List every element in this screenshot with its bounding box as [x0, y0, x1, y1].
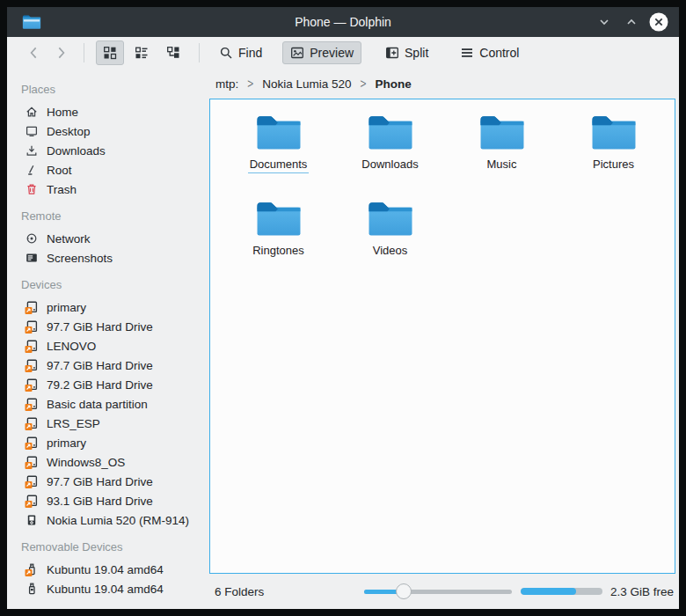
- breadcrumb-separator-icon: >: [361, 76, 367, 92]
- folder-item-downloads[interactable]: Downloads: [334, 110, 446, 196]
- compact-view-icon: [135, 46, 149, 60]
- folder-item-pictures[interactable]: Pictures: [558, 110, 669, 196]
- section-title-remote: Remote: [7, 199, 206, 229]
- toolbar-separator: [84, 43, 84, 62]
- hard-drive-icon: [25, 300, 39, 314]
- folder-item-music[interactable]: Music: [446, 110, 558, 196]
- toolbar-separator: [199, 43, 200, 62]
- sidebar-item-drive[interactable]: Windows8_OS: [7, 452, 206, 472]
- folder-icon: [588, 110, 639, 153]
- find-button[interactable]: Find: [211, 41, 270, 64]
- sidebar-item-drive[interactable]: 93.1 GiB Hard Drive: [7, 491, 206, 510]
- back-icon: [26, 45, 42, 61]
- sidebar-item-trash[interactable]: Trash: [7, 180, 206, 199]
- sidebar-item-drive[interactable]: LRS_ESP: [7, 414, 206, 433]
- chevron-up-icon: [624, 15, 639, 29]
- folder-grid: Documents Downloads Music Pictures: [223, 110, 675, 282]
- folder-count-label: 6 Folders: [215, 585, 264, 598]
- back-button[interactable]: [23, 41, 46, 64]
- preview-icon: [290, 46, 304, 60]
- folder-view[interactable]: Documents Downloads Music Pictures: [209, 99, 675, 574]
- sidebar-item-label: Network: [47, 232, 91, 246]
- sidebar-item-label: 93.1 GiB Hard Drive: [47, 495, 153, 508]
- close-icon: [649, 12, 668, 32]
- sidebar-item-label: LRS_ESP: [47, 417, 100, 430]
- folder-item-ringtones[interactable]: Ringtones: [223, 196, 334, 282]
- sidebar-item-home[interactable]: Home: [7, 102, 206, 121]
- minimize-button[interactable]: [595, 12, 614, 32]
- sidebar-item-drive[interactable]: Basic data partition: [7, 394, 206, 414]
- sidebar-item-network[interactable]: Network: [7, 229, 206, 248]
- desktop-icon: [25, 124, 39, 138]
- folder-item-videos[interactable]: Videos: [334, 196, 446, 282]
- sidebar-item-drive[interactable]: 97.7 GiB Hard Drive: [7, 472, 206, 491]
- sidebar-item-label: Windows8_OS: [47, 456, 125, 469]
- breadcrumb-segment-current[interactable]: Phone: [376, 77, 412, 91]
- sidebar-item-label: Nokia Lumia 520 (RM-914): [47, 514, 189, 527]
- maximize-button[interactable]: [622, 12, 641, 32]
- sidebar-item-drive[interactable]: primary: [7, 297, 206, 317]
- usb-drive-icon: [25, 562, 39, 576]
- network-icon: [25, 231, 39, 246]
- sidebar-item-downloads[interactable]: Downloads: [7, 141, 206, 160]
- control-button[interactable]: Control: [452, 41, 527, 64]
- sidebar-item-label: Kubuntu 19.04 amd64: [47, 583, 164, 596]
- sidebar-item-drive[interactable]: LENOVO: [7, 336, 206, 356]
- sidebar-item-label: Downloads: [47, 144, 106, 158]
- folder-label: Downloads: [360, 158, 420, 172]
- home-icon: [25, 105, 39, 119]
- sidebar-item-label: 97.7 GiB Hard Drive: [47, 359, 153, 372]
- titlebar[interactable]: Phone — Dolphin: [7, 7, 679, 37]
- folder-icon: [477, 110, 528, 153]
- breadcrumb: mtp: > Nokia Lumia 520 > Phone: [209, 69, 675, 99]
- sidebar-item-label: Home: [47, 106, 78, 119]
- hard-drive-icon: [25, 436, 39, 450]
- sidebar-item-root[interactable]: Root: [7, 160, 206, 180]
- breadcrumb-segment-device[interactable]: Nokia Lumia 520: [262, 77, 351, 91]
- hard-drive-icon: [25, 494, 39, 508]
- dolphin-app-icon: [21, 12, 42, 32]
- sidebar-item-phone-device[interactable]: Nokia Lumia 520 (RM-914): [7, 510, 206, 530]
- details-view-button[interactable]: [159, 40, 187, 65]
- folder-label: Ringtones: [251, 244, 306, 259]
- sidebar-item-drive[interactable]: 97.7 GiB Hard Drive: [7, 317, 206, 336]
- details-view-icon: [166, 46, 180, 60]
- sidebar-item-label: Desktop: [47, 125, 91, 138]
- sidebar-item-desktop[interactable]: Desktop: [7, 121, 206, 141]
- sidebar-item-usb-drive[interactable]: Kubuntu 19.04 amd64: [7, 560, 206, 579]
- hard-drive-icon: [25, 378, 39, 392]
- icons-view-icon: [103, 46, 117, 60]
- search-icon: [219, 46, 233, 60]
- sidebar-item-label: 97.7 GiB Hard Drive: [47, 320, 153, 334]
- zoom-slider[interactable]: [364, 583, 512, 600]
- sidebar-item-drive[interactable]: 97.7 GiB Hard Drive: [7, 356, 206, 375]
- chevron-down-icon: [597, 15, 611, 29]
- preview-button[interactable]: Preview: [282, 41, 361, 64]
- folder-label: Documents: [248, 158, 310, 173]
- split-button[interactable]: Split: [377, 41, 436, 64]
- statusbar: 6 Folders 2.3 GiB free: [209, 574, 675, 609]
- sidebar-item-label: Screenshots: [47, 252, 113, 265]
- control-label: Control: [479, 46, 519, 60]
- section-title-places: Places: [7, 72, 206, 102]
- close-button[interactable]: [649, 12, 668, 32]
- sidebar-item-label: Basic data partition: [47, 398, 148, 411]
- sidebar-item-drive[interactable]: 79.2 GiB Hard Drive: [7, 375, 206, 394]
- sidebar-item-label: Kubuntu 19.04 amd64: [47, 563, 164, 576]
- folder-item-documents[interactable]: Documents: [223, 110, 334, 196]
- folder-icon: [365, 196, 416, 239]
- breadcrumb-segment-mtp[interactable]: mtp:: [215, 77, 238, 91]
- zoom-slider-handle[interactable]: [396, 583, 412, 599]
- toolbar: Find Preview Split: [7, 37, 679, 69]
- sidebar-item-usb-drive[interactable]: Kubuntu 19.04 amd64: [7, 579, 206, 598]
- compact-view-button[interactable]: [128, 40, 156, 65]
- forward-button[interactable]: [49, 41, 72, 64]
- find-label: Find: [238, 46, 262, 60]
- usb-drive-icon: [25, 582, 39, 596]
- sidebar-item-drive[interactable]: primary: [7, 433, 206, 452]
- icons-view-button[interactable]: [96, 40, 124, 65]
- sidebar-item-screenshots[interactable]: Screenshots: [7, 248, 206, 268]
- breadcrumb-separator-icon: >: [247, 76, 253, 92]
- sidebar-item-label: LENOVO: [47, 340, 96, 353]
- folder-label: Music: [485, 158, 519, 172]
